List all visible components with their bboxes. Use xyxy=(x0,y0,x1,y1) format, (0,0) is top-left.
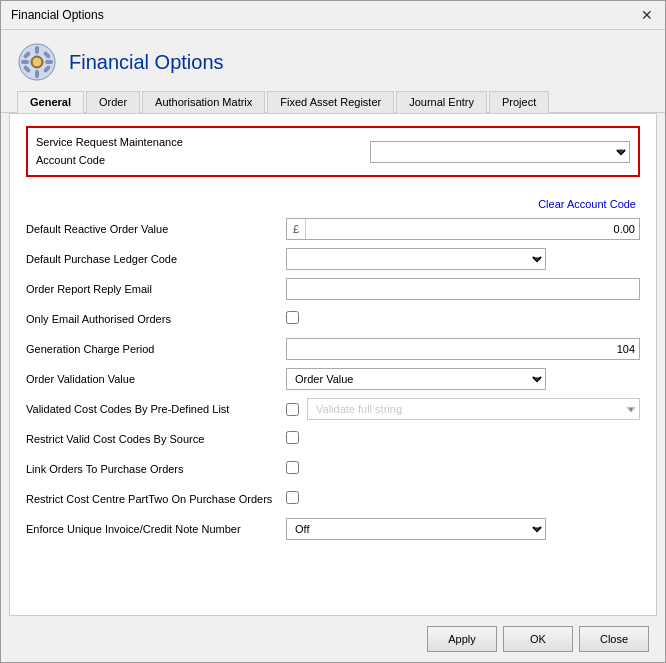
svg-rect-3 xyxy=(35,70,39,78)
tab-bar: General Order Authorisation Matrix Fixed… xyxy=(1,90,665,113)
restrict-cost-centre-row: Restrict Cost Centre PartTwo On Purchase… xyxy=(26,487,640,511)
dialog-content: Service Request Maintenance Account Code… xyxy=(9,113,657,616)
restrict-valid-cost-codes-control xyxy=(286,431,640,447)
enforce-unique-invoice-control: Off xyxy=(286,518,640,540)
order-report-reply-email-row: Order Report Reply Email xyxy=(26,277,640,301)
tab-fixed-asset-register[interactable]: Fixed Asset Register xyxy=(267,91,394,113)
validated-cost-codes-label: Validated Cost Codes By Pre-Defined List xyxy=(26,403,286,415)
order-validation-value-control: Order Value xyxy=(286,368,640,390)
order-validation-value-combo[interactable]: Order Value xyxy=(286,368,546,390)
default-purchase-ledger-row: Default Purchase Ledger Code xyxy=(26,247,640,271)
default-reactive-order-label: Default Reactive Order Value xyxy=(26,223,286,235)
close-button[interactable]: Close xyxy=(579,626,649,652)
restrict-valid-cost-codes-label: Restrict Valid Cost Codes By Source xyxy=(26,433,286,445)
order-validation-value-label: Order Validation Value xyxy=(26,373,286,385)
financial-options-dialog: Financial Options ✕ Financial Options Ge… xyxy=(0,0,666,663)
tab-authorisation-matrix[interactable]: Authorisation Matrix xyxy=(142,91,265,113)
clear-account-code-row: Clear Account Code xyxy=(26,197,640,211)
service-request-box: Service Request Maintenance Account Code xyxy=(26,126,640,177)
dialog-title: Financial Options xyxy=(69,51,224,74)
validate-full-string-select: Validate full string xyxy=(308,399,639,419)
tab-project[interactable]: Project xyxy=(489,91,549,113)
only-email-authorised-orders-control xyxy=(286,311,640,327)
validated-cost-codes-checkbox[interactable] xyxy=(286,403,299,416)
enforce-unique-invoice-label: Enforce Unique Invoice/Credit Note Numbe… xyxy=(26,523,286,535)
restrict-cost-centre-control xyxy=(286,491,640,507)
default-purchase-ledger-select[interactable] xyxy=(287,249,545,269)
order-report-reply-email-input[interactable] xyxy=(286,278,640,300)
service-request-combo[interactable] xyxy=(370,141,630,163)
restrict-cost-centre-label: Restrict Cost Centre PartTwo On Purchase… xyxy=(26,493,286,505)
tab-order[interactable]: Order xyxy=(86,91,140,113)
restrict-valid-cost-codes-checkbox[interactable] xyxy=(286,431,299,444)
svg-rect-2 xyxy=(35,46,39,54)
order-report-reply-email-label: Order Report Reply Email xyxy=(26,283,286,295)
validated-cost-codes-row: Validated Cost Codes By Pre-Defined List… xyxy=(26,397,640,421)
tab-journal-entry[interactable]: Journal Entry xyxy=(396,91,487,113)
generation-charge-period-control xyxy=(286,338,640,360)
svg-rect-4 xyxy=(21,60,29,64)
currency-input-wrapper: £ xyxy=(286,218,640,240)
default-reactive-order-row: Default Reactive Order Value £ xyxy=(26,217,640,241)
only-email-authorised-orders-row: Only Email Authorised Orders xyxy=(26,307,640,331)
currency-symbol: £ xyxy=(287,219,306,239)
generation-charge-period-label: Generation Charge Period xyxy=(26,343,286,355)
link-orders-control xyxy=(286,461,640,477)
scroll-area[interactable]: Service Request Maintenance Account Code… xyxy=(10,114,656,615)
default-reactive-order-input[interactable] xyxy=(306,223,639,235)
order-validation-value-select[interactable]: Order Value xyxy=(287,369,545,389)
order-report-reply-email-control xyxy=(286,278,640,300)
link-orders-row: Link Orders To Purchase Orders xyxy=(26,457,640,481)
title-bar: Financial Options ✕ xyxy=(1,1,665,30)
dialog-header: Financial Options xyxy=(1,30,665,90)
title-bar-text: Financial Options xyxy=(11,8,104,22)
generation-charge-period-row: Generation Charge Period xyxy=(26,337,640,361)
default-reactive-order-control: £ xyxy=(286,218,640,240)
enforce-unique-invoice-select[interactable]: Off xyxy=(287,519,545,539)
clear-account-code-link[interactable]: Clear Account Code xyxy=(538,198,636,210)
ok-button[interactable]: OK xyxy=(503,626,573,652)
close-icon[interactable]: ✕ xyxy=(639,7,655,23)
default-purchase-ledger-combo[interactable] xyxy=(286,248,546,270)
enforce-unique-invoice-row: Enforce Unique Invoice/Credit Note Numbe… xyxy=(26,517,640,541)
apply-button[interactable]: Apply xyxy=(427,626,497,652)
link-orders-checkbox[interactable] xyxy=(286,461,299,474)
restrict-cost-centre-checkbox[interactable] xyxy=(286,491,299,504)
only-email-authorised-orders-label: Only Email Authorised Orders xyxy=(26,313,286,325)
validated-cost-codes-control: Validate full string xyxy=(286,398,640,420)
header-icon xyxy=(17,42,57,82)
order-validation-value-row: Order Validation Value Order Value xyxy=(26,367,640,391)
svg-rect-5 xyxy=(45,60,53,64)
default-purchase-ledger-control xyxy=(286,248,640,270)
tab-general[interactable]: General xyxy=(17,91,84,113)
only-email-authorised-orders-checkbox[interactable] xyxy=(286,311,299,324)
default-purchase-ledger-label: Default Purchase Ledger Code xyxy=(26,253,286,265)
enforce-unique-invoice-combo[interactable]: Off xyxy=(286,518,546,540)
generation-charge-period-input[interactable] xyxy=(286,338,640,360)
svg-point-10 xyxy=(32,57,42,67)
service-request-select[interactable] xyxy=(371,142,629,162)
validate-full-string-combo: Validate full string xyxy=(307,398,640,420)
service-request-label: Service Request Maintenance Account Code xyxy=(36,134,183,169)
restrict-valid-cost-codes-row: Restrict Valid Cost Codes By Source xyxy=(26,427,640,451)
link-orders-label: Link Orders To Purchase Orders xyxy=(26,463,286,475)
dialog-footer: Apply OK Close xyxy=(1,616,665,662)
